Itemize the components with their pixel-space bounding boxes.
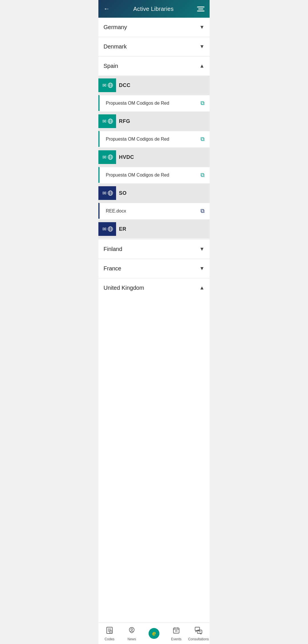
nav-item-home[interactable]: e	[143, 625, 165, 642]
news-label: News	[127, 637, 136, 641]
library-icons-so: ✉	[98, 186, 116, 200]
bottom-navigation: Codes News e Events	[98, 623, 210, 644]
library-item-dcc-0[interactable]: Propuesta OM Codigos de Red ⧉	[98, 95, 210, 111]
library-item-hvdc-0[interactable]: Propuesta OM Codigos de Red ⧉	[98, 167, 210, 183]
library-icons-er: ✉	[98, 222, 116, 236]
events-label: Events	[171, 637, 182, 641]
country-name-germany: Germany	[104, 24, 127, 31]
nav-item-news[interactable]: News	[121, 625, 143, 642]
external-link-icon-hvdc-0[interactable]: ⧉	[200, 172, 204, 178]
chevron-finland: ▼	[199, 246, 204, 252]
library-item-rfg-0[interactable]: Propuesta OM Codigos de Red ⧉	[98, 131, 210, 147]
library-item-so-0[interactable]: REE.docx ⧉	[98, 203, 210, 219]
country-row-germany[interactable]: Germany ▼	[98, 18, 210, 37]
svg-point-32	[131, 629, 133, 630]
news-icon	[128, 626, 136, 636]
home-e-letter: e	[152, 630, 156, 637]
library-icons-rfg: ✉	[98, 114, 116, 128]
library-group-rfg: ✉ RFG Propuesta OM Codigos de Red ⧉	[98, 112, 210, 147]
svg-rect-33	[173, 628, 179, 633]
library-name-hvdc: HVDC	[119, 154, 134, 160]
globe-icon-er	[108, 226, 113, 232]
country-row-uk[interactable]: United Kingdom ▲	[98, 278, 210, 297]
consultations-icon	[194, 626, 202, 636]
home-circle: e	[149, 628, 159, 639]
library-header-er[interactable]: ✉ ER	[98, 219, 210, 239]
chevron-france: ▼	[199, 266, 204, 272]
mail-icon-er: ✉	[102, 226, 106, 232]
external-link-icon-dcc-0[interactable]: ⧉	[200, 100, 204, 106]
settings-toggle[interactable]	[197, 7, 204, 11]
library-header-hvdc[interactable]: ✉ HVDC	[98, 147, 210, 167]
back-button[interactable]: ←	[104, 5, 110, 13]
consultations-label: Consultations	[188, 637, 209, 641]
country-name-france: France	[104, 265, 121, 272]
library-header-so[interactable]: ✉ SO	[98, 183, 210, 203]
library-group-er: ✉ ER	[98, 219, 210, 239]
country-row-finland[interactable]: Finland ▼	[98, 240, 210, 259]
chevron-germany: ▼	[199, 24, 204, 30]
chevron-denmark: ▼	[199, 44, 204, 50]
mail-icon-dcc: ✉	[102, 82, 106, 88]
chevron-spain: ▲	[199, 63, 204, 69]
mail-icon-rfg: ✉	[102, 118, 106, 124]
library-header-rfg[interactable]: ✉ RFG	[98, 112, 210, 131]
mail-icon-hvdc: ✉	[102, 154, 106, 160]
library-icons-hvdc: ✉	[98, 150, 116, 164]
country-name-denmark: Denmark	[104, 43, 127, 50]
header-title: Active Libraries	[133, 6, 174, 12]
library-header-dcc[interactable]: ✉ DCC	[98, 76, 210, 95]
nav-item-consultations[interactable]: Consultations	[187, 625, 210, 642]
library-group-so: ✉ SO REE.docx ⧉	[98, 183, 210, 219]
country-row-france[interactable]: France ▼	[98, 259, 210, 278]
country-name-uk: United Kingdom	[104, 285, 144, 291]
library-item-text-so-0: REE.docx	[106, 208, 126, 214]
country-row-denmark[interactable]: Denmark ▼	[98, 37, 210, 56]
library-item-text-hvdc-0: Propuesta OM Codigos de Red	[106, 173, 169, 178]
country-section-spain: Spain ▲ ✉ DCC Propuesta OM	[98, 56, 210, 240]
globe-icon-so	[108, 190, 113, 196]
country-row-spain[interactable]: Spain ▲	[98, 56, 210, 76]
library-item-text-dcc-0: Propuesta OM Codigos de Red	[106, 101, 169, 106]
external-link-icon-rfg-0[interactable]: ⧉	[200, 136, 204, 142]
library-name-dcc: DCC	[119, 82, 131, 88]
library-name-er: ER	[119, 226, 126, 232]
events-icon	[172, 626, 180, 636]
library-name-rfg: RFG	[119, 118, 130, 124]
globe-icon-hvdc	[108, 154, 113, 160]
library-name-so: SO	[119, 190, 127, 196]
library-group-dcc: ✉ DCC Propuesta OM Codigos de Red ⧉	[98, 76, 210, 111]
nav-item-events[interactable]: Events	[165, 625, 187, 642]
chevron-uk: ▲	[199, 285, 204, 291]
library-item-text-rfg-0: Propuesta OM Codigos de Red	[106, 137, 169, 142]
nav-item-codes[interactable]: Codes	[98, 625, 121, 642]
library-group-hvdc: ✉ HVDC Propuesta OM Codigos de Red ⧉	[98, 147, 210, 183]
codes-icon	[106, 626, 114, 636]
library-icons-dcc: ✉	[98, 78, 116, 92]
external-link-icon-so-0[interactable]: ⧉	[200, 208, 204, 214]
main-content: Germany ▼ Denmark ▼ Spain ▲ ✉	[98, 18, 210, 623]
country-name-spain: Spain	[104, 63, 118, 69]
globe-icon-dcc	[108, 82, 113, 88]
codes-label: Codes	[105, 637, 115, 641]
country-name-finland: Finland	[104, 246, 122, 252]
globe-icon-rfg	[108, 118, 113, 124]
app-header: ← Active Libraries	[98, 0, 210, 18]
mail-icon-so: ✉	[102, 190, 106, 196]
